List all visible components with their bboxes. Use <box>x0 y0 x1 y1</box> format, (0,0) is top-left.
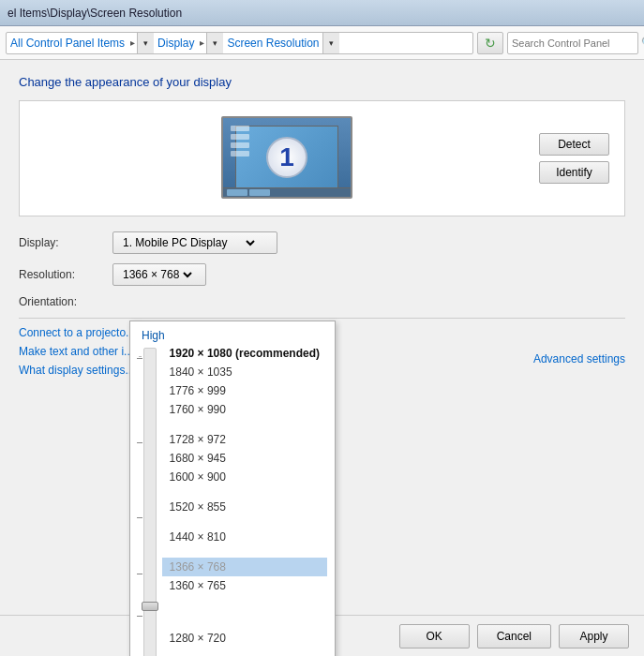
title-bar: el Items\Display\Screen Resolution <box>0 0 644 26</box>
display-select-input[interactable]: 1. Mobile PC Display <box>119 235 258 250</box>
res-spacer-1 <box>162 419 327 430</box>
taskbar-pill-2 <box>249 189 270 196</box>
res-item-1776[interactable]: 1776 × 999 <box>162 381 327 400</box>
breadcrumb: All Control Panel Items ▸ ▾ Display ▸ ▾ … <box>6 32 473 54</box>
monitor-bar-4 <box>231 151 249 157</box>
res-item-1280[interactable]: 1280 × 720 <box>162 629 327 648</box>
monitor-number: 1 <box>266 137 307 178</box>
res-spacer-2 <box>162 486 327 498</box>
res-item-1360[interactable]: 1360 × 765 <box>162 576 327 595</box>
monitor-icons <box>231 126 249 157</box>
detect-button[interactable]: Detect <box>539 133 609 156</box>
res-spacer-7 <box>162 618 327 629</box>
res-item-1728[interactable]: 1728 × 972 <box>162 430 327 449</box>
breadcrumb-arrow-1: ▸ <box>128 37 137 48</box>
res-spacer-3 <box>162 516 327 528</box>
page-title: Change the appearance of your display <box>19 75 625 89</box>
search-input[interactable] <box>512 37 641 49</box>
res-item-1920[interactable]: 1920 × 1080 (recommended) <box>162 344 327 363</box>
monitor-screen: 1 <box>235 126 338 189</box>
res-spacer-5 <box>162 595 327 606</box>
res-item-1520[interactable]: 1520 × 855 <box>162 498 327 516</box>
connect-projector-link[interactable]: Connect to a projecto... <box>19 326 135 339</box>
breadcrumb-resolution-dropdown[interactable]: ▾ <box>206 33 223 53</box>
orientation-label: Orientation: <box>19 295 112 308</box>
resolution-list: 1920 × 1080 (recommended) 1840 × 1035 17… <box>162 344 327 656</box>
monitor-image: 1 <box>221 116 352 199</box>
res-item-1600[interactable]: 1600 × 900 <box>162 468 327 486</box>
address-bar: All Control Panel Items ▸ ▾ Display ▸ ▾ … <box>0 26 644 60</box>
apply-button[interactable]: Apply <box>559 624 629 649</box>
make-text-link[interactable]: Make text and other i... <box>19 345 133 358</box>
display-preview-box: 1 Detect Identify <box>19 100 625 216</box>
slider-track[interactable] <box>143 348 157 656</box>
display-select[interactable]: 1. Mobile PC Display <box>112 231 277 254</box>
breadcrumb-all-control-panel[interactable]: All Control Panel Items <box>7 33 128 53</box>
content-area: Change the appearance of your display <box>0 60 644 656</box>
what-display-link[interactable]: What display settings... <box>19 364 134 377</box>
monitor-bar-3 <box>231 142 249 148</box>
res-item-1440[interactable]: 1440 × 810 <box>162 528 327 546</box>
advanced-settings-link[interactable]: Advanced settings <box>533 352 625 365</box>
res-item-1840[interactable]: 1840 × 1035 <box>162 363 327 381</box>
monitor-bar-1 <box>231 126 249 131</box>
res-spacer-4 <box>162 546 327 558</box>
display-row: Display: 1. Mobile PC Display <box>19 231 625 254</box>
breadcrumb-end-dropdown[interactable]: ▾ <box>322 33 339 53</box>
res-item-1366[interactable]: 1366 × 768 <box>162 558 327 576</box>
resolution-row: Resolution: 1366 × 768 <box>19 263 625 286</box>
monitor-preview: 1 <box>221 116 352 201</box>
slider-container: 1920 × 1080 (recommended) 1840 × 1035 17… <box>130 344 335 656</box>
display-label: Display: <box>19 236 112 249</box>
orientation-row: Orientation: <box>19 295 625 308</box>
slider-thumb[interactable] <box>142 602 158 611</box>
refresh-icon: ↻ <box>485 36 496 51</box>
title-bar-text: el Items\Display\Screen Resolution <box>7 7 182 20</box>
resolution-select[interactable]: 1366 × 768 <box>112 263 206 286</box>
refresh-button[interactable]: ↻ <box>477 32 503 54</box>
resolution-dropdown-overlay: High 1920 × 1080 (recommended) 1840 × 10… <box>129 321 336 656</box>
divider <box>19 318 625 319</box>
breadcrumb-arrow-2: ▸ <box>198 37 206 48</box>
res-item-1680[interactable]: 1680 × 945 <box>162 449 327 468</box>
monitor-taskbar <box>223 187 351 197</box>
monitor-bar-2 <box>231 134 249 140</box>
resolution-select-input[interactable]: 1366 × 768 <box>119 267 195 282</box>
search-box[interactable]: 🔍 <box>507 32 638 54</box>
identify-button[interactable]: Identify <box>539 161 609 184</box>
cancel-button[interactable]: Cancel <box>477 624 551 649</box>
ok-button[interactable]: OK <box>399 624 470 649</box>
breadcrumb-resolution[interactable]: Screen Resolution <box>223 33 322 53</box>
detect-identify-buttons: Detect Identify <box>539 133 609 184</box>
res-item-1760[interactable]: 1760 × 990 <box>162 400 327 419</box>
taskbar-pill-1 <box>227 189 247 196</box>
breadcrumb-display-dropdown[interactable]: ▾ <box>137 33 154 53</box>
res-spacer-8 <box>162 648 327 656</box>
dropdown-high-label: High <box>130 325 335 344</box>
res-spacer-6 <box>162 606 327 618</box>
resolution-label: Resolution: <box>19 268 112 281</box>
breadcrumb-display[interactable]: Display <box>154 33 198 53</box>
